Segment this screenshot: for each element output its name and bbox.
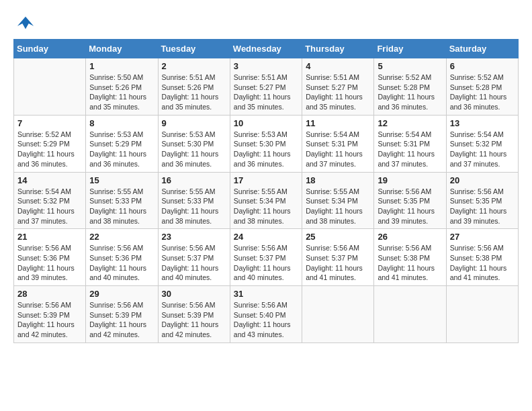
day-info: Sunrise: 5:56 AM Sunset: 5:36 PM Dayligh… — [89, 243, 154, 283]
day-info: Sunrise: 5:56 AM Sunset: 5:39 PM Dayligh… — [17, 300, 82, 340]
day-number: 19 — [378, 175, 442, 185]
day-info: Sunrise: 5:54 AM Sunset: 5:31 PM Dayligh… — [378, 130, 442, 169]
day-number: 12 — [378, 118, 442, 128]
day-info: Sunrise: 5:53 AM Sunset: 5:30 PM Dayligh… — [162, 130, 226, 169]
day-number: 31 — [234, 289, 298, 299]
calendar-cell: 25Sunrise: 5:56 AM Sunset: 5:37 PM Dayli… — [302, 229, 374, 286]
svg-marker-0 — [17, 17, 34, 30]
day-number: 4 — [306, 61, 370, 71]
day-info: Sunrise: 5:56 AM Sunset: 5:37 PM Dayligh… — [162, 243, 226, 283]
calendar-cell: 16Sunrise: 5:55 AM Sunset: 5:33 PM Dayli… — [158, 172, 230, 229]
day-info: Sunrise: 5:56 AM Sunset: 5:39 PM Dayligh… — [162, 300, 226, 340]
day-number: 15 — [89, 175, 154, 185]
calendar-cell: 26Sunrise: 5:56 AM Sunset: 5:38 PM Dayli… — [374, 229, 446, 286]
calendar-cell: 1Sunrise: 5:50 AM Sunset: 5:26 PM Daylig… — [86, 58, 158, 116]
day-info: Sunrise: 5:53 AM Sunset: 5:29 PM Dayligh… — [89, 130, 154, 169]
calendar-week-row: 28Sunrise: 5:56 AM Sunset: 5:39 PM Dayli… — [14, 286, 519, 343]
column-header-tuesday: Tuesday — [158, 40, 230, 58]
calendar-week-row: 14Sunrise: 5:54 AM Sunset: 5:32 PM Dayli… — [14, 172, 519, 229]
day-number: 24 — [234, 232, 298, 242]
day-info: Sunrise: 5:50 AM Sunset: 5:26 PM Dayligh… — [89, 73, 154, 112]
day-info: Sunrise: 5:51 AM Sunset: 5:27 PM Dayligh… — [306, 73, 370, 112]
calendar-table: SundayMondayTuesdayWednesdayThursdayFrid… — [13, 39, 519, 343]
day-info: Sunrise: 5:55 AM Sunset: 5:33 PM Dayligh… — [89, 187, 154, 226]
calendar-cell: 18Sunrise: 5:55 AM Sunset: 5:34 PM Dayli… — [302, 172, 374, 229]
day-info: Sunrise: 5:52 AM Sunset: 5:29 PM Dayligh… — [17, 130, 82, 169]
calendar-cell — [302, 286, 374, 343]
calendar-cell: 13Sunrise: 5:54 AM Sunset: 5:32 PM Dayli… — [446, 115, 518, 172]
calendar-cell: 9Sunrise: 5:53 AM Sunset: 5:30 PM Daylig… — [158, 115, 230, 172]
day-info: Sunrise: 5:54 AM Sunset: 5:32 PM Dayligh… — [17, 187, 82, 226]
calendar-cell: 6Sunrise: 5:52 AM Sunset: 5:28 PM Daylig… — [446, 58, 518, 116]
day-number: 6 — [450, 61, 515, 71]
day-info: Sunrise: 5:55 AM Sunset: 5:34 PM Dayligh… — [234, 187, 298, 226]
day-info: Sunrise: 5:51 AM Sunset: 5:27 PM Dayligh… — [234, 73, 298, 112]
day-number: 16 — [162, 175, 226, 185]
day-info: Sunrise: 5:56 AM Sunset: 5:38 PM Dayligh… — [450, 243, 515, 283]
day-number: 25 — [306, 232, 370, 242]
logo — [13, 13, 35, 32]
calendar-cell — [446, 286, 518, 343]
calendar-cell: 10Sunrise: 5:53 AM Sunset: 5:30 PM Dayli… — [230, 115, 302, 172]
day-info: Sunrise: 5:53 AM Sunset: 5:30 PM Dayligh… — [234, 130, 298, 169]
calendar-cell: 4Sunrise: 5:51 AM Sunset: 5:27 PM Daylig… — [302, 58, 374, 116]
day-number: 20 — [450, 175, 515, 185]
calendar-cell: 17Sunrise: 5:55 AM Sunset: 5:34 PM Dayli… — [230, 172, 302, 229]
day-number: 17 — [234, 175, 298, 185]
column-header-monday: Monday — [86, 40, 158, 58]
calendar-cell: 12Sunrise: 5:54 AM Sunset: 5:31 PM Dayli… — [374, 115, 446, 172]
day-number: 22 — [89, 232, 154, 242]
column-header-thursday: Thursday — [302, 40, 374, 58]
day-number: 5 — [378, 61, 442, 71]
calendar-cell: 3Sunrise: 5:51 AM Sunset: 5:27 PM Daylig… — [230, 58, 302, 116]
logo-bird-icon — [16, 13, 35, 32]
calendar-cell: 22Sunrise: 5:56 AM Sunset: 5:36 PM Dayli… — [86, 229, 158, 286]
day-info: Sunrise: 5:56 AM Sunset: 5:39 PM Dayligh… — [89, 300, 154, 340]
day-number: 11 — [306, 118, 370, 128]
day-number: 29 — [89, 289, 154, 299]
day-info: Sunrise: 5:56 AM Sunset: 5:37 PM Dayligh… — [306, 243, 370, 283]
day-number: 27 — [450, 232, 515, 242]
calendar-cell: 27Sunrise: 5:56 AM Sunset: 5:38 PM Dayli… — [446, 229, 518, 286]
calendar-cell: 14Sunrise: 5:54 AM Sunset: 5:32 PM Dayli… — [14, 172, 86, 229]
day-number: 3 — [234, 61, 298, 71]
calendar-cell: 23Sunrise: 5:56 AM Sunset: 5:37 PM Dayli… — [158, 229, 230, 286]
day-info: Sunrise: 5:51 AM Sunset: 5:26 PM Dayligh… — [162, 73, 226, 112]
page-header — [13, 13, 519, 32]
day-info: Sunrise: 5:55 AM Sunset: 5:33 PM Dayligh… — [162, 187, 226, 226]
day-number: 30 — [162, 289, 226, 299]
day-info: Sunrise: 5:54 AM Sunset: 5:32 PM Dayligh… — [450, 130, 515, 169]
day-number: 7 — [17, 118, 82, 128]
day-number: 14 — [17, 175, 82, 185]
day-number: 21 — [17, 232, 82, 242]
column-header-sunday: Sunday — [14, 40, 86, 58]
calendar-cell: 30Sunrise: 5:56 AM Sunset: 5:39 PM Dayli… — [158, 286, 230, 343]
column-header-wednesday: Wednesday — [230, 40, 302, 58]
calendar-cell: 28Sunrise: 5:56 AM Sunset: 5:39 PM Dayli… — [14, 286, 86, 343]
calendar-week-row: 1Sunrise: 5:50 AM Sunset: 5:26 PM Daylig… — [14, 58, 519, 116]
day-info: Sunrise: 5:56 AM Sunset: 5:40 PM Dayligh… — [234, 300, 298, 340]
calendar-cell — [374, 286, 446, 343]
calendar-cell: 8Sunrise: 5:53 AM Sunset: 5:29 PM Daylig… — [86, 115, 158, 172]
calendar-cell: 15Sunrise: 5:55 AM Sunset: 5:33 PM Dayli… — [86, 172, 158, 229]
calendar-cell: 5Sunrise: 5:52 AM Sunset: 5:28 PM Daylig… — [374, 58, 446, 116]
calendar-cell: 20Sunrise: 5:56 AM Sunset: 5:35 PM Dayli… — [446, 172, 518, 229]
day-number: 9 — [162, 118, 226, 128]
calendar-cell: 29Sunrise: 5:56 AM Sunset: 5:39 PM Dayli… — [86, 286, 158, 343]
day-number: 18 — [306, 175, 370, 185]
day-number: 2 — [162, 61, 226, 71]
calendar-cell: 7Sunrise: 5:52 AM Sunset: 5:29 PM Daylig… — [14, 115, 86, 172]
calendar-week-row: 21Sunrise: 5:56 AM Sunset: 5:36 PM Dayli… — [14, 229, 519, 286]
day-number: 13 — [450, 118, 515, 128]
day-info: Sunrise: 5:54 AM Sunset: 5:31 PM Dayligh… — [306, 130, 370, 169]
calendar-cell: 31Sunrise: 5:56 AM Sunset: 5:40 PM Dayli… — [230, 286, 302, 343]
column-header-friday: Friday — [374, 40, 446, 58]
day-number: 8 — [89, 118, 154, 128]
calendar-cell: 24Sunrise: 5:56 AM Sunset: 5:37 PM Dayli… — [230, 229, 302, 286]
day-number: 23 — [162, 232, 226, 242]
day-info: Sunrise: 5:56 AM Sunset: 5:38 PM Dayligh… — [378, 243, 442, 283]
calendar-cell: 2Sunrise: 5:51 AM Sunset: 5:26 PM Daylig… — [158, 58, 230, 116]
calendar-header-row: SundayMondayTuesdayWednesdayThursdayFrid… — [14, 40, 519, 58]
day-info: Sunrise: 5:52 AM Sunset: 5:28 PM Dayligh… — [378, 73, 442, 112]
calendar-cell: 19Sunrise: 5:56 AM Sunset: 5:35 PM Dayli… — [374, 172, 446, 229]
